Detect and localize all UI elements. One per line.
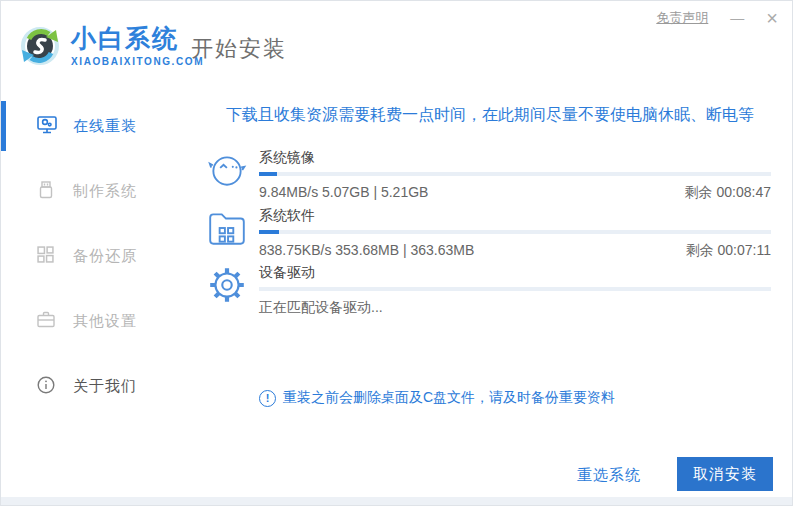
brand-domain: XIAOBAIXITONG.COM [71,56,204,67]
backup-notice-text: 重装之前会删除桌面及C盘文件，请及时备份重要资料 [283,389,615,407]
active-indicator [1,101,6,151]
sidebar-item-backup-restore[interactable]: 备份还原 [1,231,186,281]
folder-apps-icon [206,207,248,249]
task-status-text: 正在匹配设备驱动... [259,299,383,317]
task-speed-size: 9.84MB/s 5.07GB | 5.21GB [259,184,428,202]
page-title: 开始安装 [191,34,287,64]
progress-bar-track [259,230,771,234]
exclamation-circle-icon: ! [259,390,276,407]
app-window: 小白系统 XIAOBAIXITONG.COM 开始安装 免责声明 — × 在线重… [0,0,793,506]
download-warning-text: 下载且收集资源需要耗费一点时间，在此期间尽量不要使电脑休眠、断电等 [186,105,793,126]
mascot-face-icon [206,149,248,191]
backup-notice: ! 重装之前会删除桌面及C盘文件，请及时备份重要资料 [259,389,615,407]
progress-bar-track [259,172,771,176]
task-remaining-time: 剩余 00:08:47 [685,184,771,202]
sidebar-item-label: 其他设置 [73,312,137,331]
brand-name: 小白系统 [71,25,204,53]
minimize-icon[interactable]: — [730,11,744,25]
sidebar-item-label: 在线重装 [73,117,137,136]
backup-blocks-icon [37,246,57,266]
task-remaining-time: 剩余 00:07:11 [686,242,771,260]
indicator [1,296,6,346]
indicator [1,361,6,411]
sidebar-item-label: 制作系统 [73,182,137,201]
sidebar-item-label: 关于我们 [73,377,137,396]
sidebar-item-label: 备份还原 [73,247,137,266]
sidebar-item-other-settings[interactable]: 其他设置 [1,296,186,346]
indicator [1,166,6,216]
brand-logo-icon [15,21,65,71]
monitor-reinstall-icon [37,116,57,136]
task-title: 设备驱动 [259,264,771,282]
progress-bar-fill [259,172,277,176]
progress-bar-fill [259,230,279,234]
window-bottom-progress-track [1,497,792,505]
gear-icon [206,264,248,306]
task-speed-size: 838.75KB/s 353.68MB | 363.63MB [259,242,474,260]
sidebar-item-about-us[interactable]: 关于我们 [1,361,186,411]
task-title: 系统软件 [259,207,771,225]
cancel-install-button[interactable]: 取消安装 [677,457,773,491]
indicator [1,231,6,281]
disclaimer-link[interactable]: 免责声明 [656,9,708,27]
sidebar-item-make-system[interactable]: 制作系统 [1,166,186,216]
task-title: 系统镜像 [259,149,771,167]
reselect-system-link[interactable]: 重选系统 [577,466,641,485]
window-controls: 免责声明 — × [656,9,778,27]
briefcase-settings-icon [37,311,57,331]
info-circle-icon [37,376,57,396]
close-icon[interactable]: × [766,10,778,26]
progress-bar-track [259,287,771,291]
sidebar-item-online-reinstall[interactable]: 在线重装 [1,101,186,151]
usb-drive-icon [37,181,57,201]
brand-text: 小白系统 XIAOBAIXITONG.COM [71,25,204,67]
